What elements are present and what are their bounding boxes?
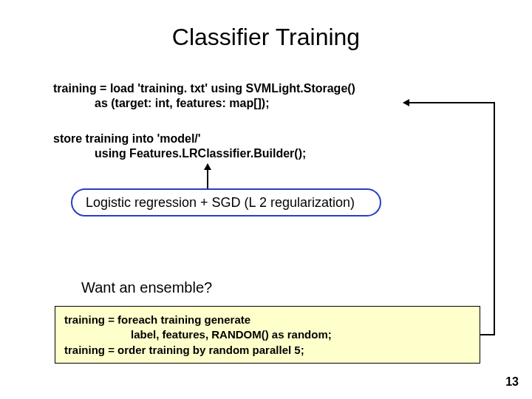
question-text: Want an ensemble? xyxy=(81,279,212,296)
code-block-load: training = load 'training. txt' using SV… xyxy=(53,81,355,111)
callout-text: Logistic regression + SGD (L 2 regulariz… xyxy=(86,195,355,211)
callout-bubble: Logistic regression + SGD (L 2 regulariz… xyxy=(71,188,381,216)
slide: Classifier Training training = load 'tra… xyxy=(0,0,532,399)
code-line: store training into 'model/' xyxy=(53,132,306,146)
code-line: training = foreach training generate xyxy=(64,313,471,327)
code-line: label, features, RANDOM() as random; xyxy=(131,327,471,342)
arrow-up-icon xyxy=(207,164,208,188)
code-block-store: store training into 'model/' using Featu… xyxy=(53,132,306,161)
connector-line xyxy=(480,334,495,335)
slide-title: Classifier Training xyxy=(0,24,532,51)
code-line: training = load 'training. txt' using SV… xyxy=(53,81,355,96)
page-number: 13 xyxy=(505,375,519,389)
code-line: as (target: int, features: map[]); xyxy=(95,96,355,111)
code-block-ensemble: training = foreach training generate lab… xyxy=(55,306,480,364)
connector-arrow-icon xyxy=(403,102,495,103)
code-line: training = order training by random para… xyxy=(64,343,471,358)
code-line: using Features.LRClassifier.Builder(); xyxy=(95,146,306,161)
connector-line xyxy=(494,102,495,335)
